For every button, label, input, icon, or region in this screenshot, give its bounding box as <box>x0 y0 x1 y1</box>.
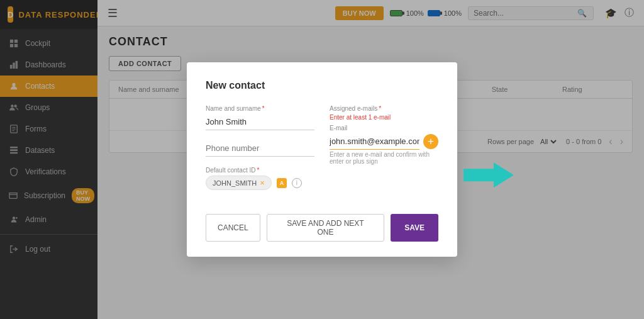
teal-arrow-indicator <box>464 162 514 187</box>
add-email-button[interactable]: + <box>423 134 438 149</box>
chip-a-icon: A <box>277 178 287 188</box>
chip-close-icon[interactable]: × <box>260 178 265 187</box>
modal-overlay: New contact Name and surname Default con… <box>0 0 644 319</box>
name-field-group: Name and surname <box>206 105 314 130</box>
contact-id-chip: JOHN_SMITH × <box>206 176 272 190</box>
email-hint: Enter a new e-mail and confirm with ente… <box>330 151 438 165</box>
content-area: CONTACT ADD CONTACT Name and surname E-m… <box>97 26 644 319</box>
email-label: E-mail <box>330 125 438 132</box>
email-input[interactable] <box>330 133 419 150</box>
contact-id-value: JOHN_SMITH <box>213 179 257 187</box>
modal-title: New contact <box>206 80 438 91</box>
new-contact-modal: New contact Name and surname Default con… <box>187 62 457 257</box>
name-label: Name and surname <box>206 105 314 112</box>
main-area: ☰ BUY NOW 100% 100% 🔍 🎓 ⓘ CONTACT <box>97 0 644 319</box>
save-add-next-button[interactable]: SAVE AND ADD NEXT ONE <box>267 214 385 242</box>
modal-form: Name and surname Default contact ID JOHN… <box>206 105 438 200</box>
assigned-emails-group: Assigned e-mails Enter at least 1 e-mail… <box>330 105 438 165</box>
save-button[interactable]: SAVE <box>391 214 438 242</box>
email-input-row: + <box>330 133 438 150</box>
cancel-button[interactable]: CANCEL <box>206 214 260 242</box>
phone-input[interactable] <box>206 140 314 157</box>
contact-id-row: JOHN_SMITH × A i <box>206 176 314 190</box>
email-input-wrap <box>330 133 419 150</box>
modal-actions: CANCEL SAVE AND ADD NEXT ONE SAVE <box>206 214 438 242</box>
phone-field-group <box>206 140 314 157</box>
assigned-emails-label: Assigned e-mails <box>330 105 438 112</box>
email-field-group: E-mail + Enter a new e-mail and confirm … <box>330 125 438 165</box>
emails-error: Enter at least 1 e-mail <box>330 114 438 121</box>
contact-id-label: Default contact ID <box>206 167 314 174</box>
info-icon[interactable]: i <box>292 178 302 188</box>
name-input[interactable] <box>206 114 314 130</box>
teal-arrow <box>464 162 514 187</box>
contact-id-group: Default contact ID JOHN_SMITH × A i <box>206 167 314 190</box>
